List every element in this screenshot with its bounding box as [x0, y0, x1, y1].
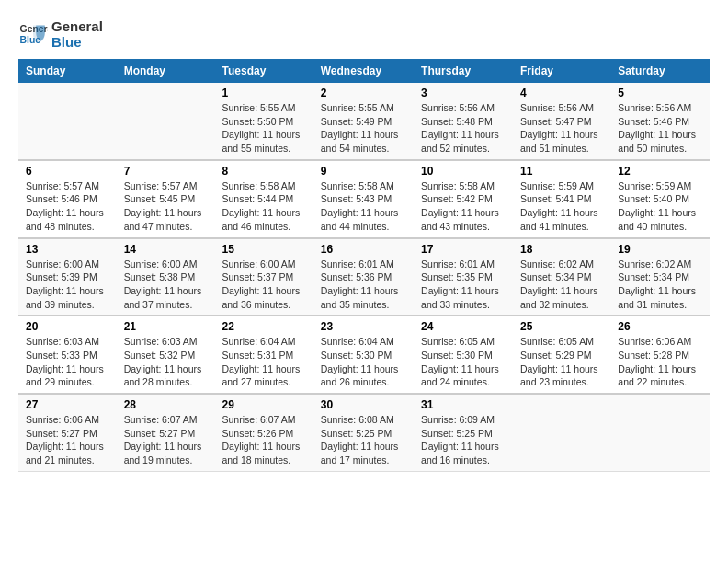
- calendar-cell: 17Sunrise: 6:01 AMSunset: 5:35 PMDayligh…: [414, 238, 513, 316]
- day-number: 22: [222, 320, 306, 333]
- calendar-cell: 2Sunrise: 5:55 AMSunset: 5:49 PMDaylight…: [313, 83, 414, 160]
- calendar-cell: 18Sunrise: 6:02 AMSunset: 5:34 PMDayligh…: [513, 238, 610, 316]
- page-header: General Blue GeneralBlue: [18, 18, 710, 50]
- day-info: Sunrise: 6:06 AMSunset: 5:28 PMDaylight:…: [618, 335, 702, 389]
- week-row-1: 1Sunrise: 5:55 AMSunset: 5:50 PMDaylight…: [18, 83, 710, 160]
- calendar-cell: 7Sunrise: 5:57 AMSunset: 5:45 PMDaylight…: [117, 160, 215, 238]
- day-number: 9: [321, 165, 406, 178]
- logo-icon: General Blue: [18, 19, 48, 49]
- day-number: 31: [421, 398, 506, 411]
- day-number: 14: [124, 243, 208, 256]
- calendar-cell: 31Sunrise: 6:09 AMSunset: 5:25 PMDayligh…: [414, 394, 513, 471]
- day-info: Sunrise: 6:07 AMSunset: 5:26 PMDaylight:…: [222, 413, 306, 467]
- calendar-cell: [18, 83, 117, 160]
- day-number: 7: [124, 165, 208, 178]
- calendar-cell: 29Sunrise: 6:07 AMSunset: 5:26 PMDayligh…: [215, 394, 313, 471]
- day-info: Sunrise: 6:06 AMSunset: 5:27 PMDaylight:…: [26, 413, 109, 467]
- calendar-cell: [513, 394, 610, 471]
- day-info: Sunrise: 5:58 AMSunset: 5:43 PMDaylight:…: [321, 179, 406, 234]
- calendar-cell: 3Sunrise: 5:56 AMSunset: 5:48 PMDaylight…: [414, 83, 513, 160]
- header-day-wednesday: Wednesday: [313, 59, 414, 83]
- calendar-cell: 22Sunrise: 6:04 AMSunset: 5:31 PMDayligh…: [215, 316, 313, 394]
- day-number: 15: [222, 243, 306, 256]
- header-day-thursday: Thursday: [414, 59, 513, 83]
- logo-name: GeneralBlue: [51, 18, 103, 50]
- calendar-cell: 27Sunrise: 6:06 AMSunset: 5:27 PMDayligh…: [18, 394, 117, 471]
- calendar-cell: 10Sunrise: 5:58 AMSunset: 5:42 PMDayligh…: [414, 160, 513, 238]
- day-info: Sunrise: 6:00 AMSunset: 5:37 PMDaylight:…: [222, 258, 306, 312]
- day-info: Sunrise: 6:05 AMSunset: 5:29 PMDaylight:…: [520, 335, 603, 389]
- calendar-table: SundayMondayTuesdayWednesdayThursdayFrid…: [18, 59, 710, 472]
- day-info: Sunrise: 5:56 AMSunset: 5:48 PMDaylight:…: [421, 101, 506, 155]
- calendar-cell: 6Sunrise: 5:57 AMSunset: 5:46 PMDaylight…: [18, 160, 117, 238]
- day-number: 16: [321, 243, 406, 256]
- calendar-cell: 1Sunrise: 5:55 AMSunset: 5:50 PMDaylight…: [215, 83, 313, 160]
- day-number: 10: [421, 165, 506, 178]
- calendar-cell: 25Sunrise: 6:05 AMSunset: 5:29 PMDayligh…: [513, 316, 610, 394]
- day-number: 29: [222, 398, 306, 411]
- calendar-cell: 13Sunrise: 6:00 AMSunset: 5:39 PMDayligh…: [18, 238, 117, 316]
- day-number: 27: [26, 398, 109, 411]
- day-number: 17: [421, 243, 506, 256]
- calendar-cell: 28Sunrise: 6:07 AMSunset: 5:27 PMDayligh…: [117, 394, 215, 471]
- day-info: Sunrise: 6:04 AMSunset: 5:30 PMDaylight:…: [321, 335, 406, 389]
- day-info: Sunrise: 5:58 AMSunset: 5:44 PMDaylight:…: [222, 179, 306, 234]
- week-row-2: 6Sunrise: 5:57 AMSunset: 5:46 PMDaylight…: [18, 160, 710, 238]
- day-info: Sunrise: 6:02 AMSunset: 5:34 PMDaylight:…: [618, 258, 702, 312]
- day-number: 2: [321, 86, 406, 99]
- day-number: 18: [520, 243, 603, 256]
- calendar-cell: 16Sunrise: 6:01 AMSunset: 5:36 PMDayligh…: [313, 238, 414, 316]
- day-info: Sunrise: 5:56 AMSunset: 5:47 PMDaylight:…: [520, 101, 603, 155]
- day-number: 25: [520, 320, 603, 333]
- day-number: 6: [26, 165, 109, 178]
- day-info: Sunrise: 5:55 AMSunset: 5:49 PMDaylight:…: [321, 101, 406, 155]
- day-number: 30: [321, 398, 406, 411]
- day-number: 11: [520, 165, 603, 178]
- day-info: Sunrise: 5:58 AMSunset: 5:42 PMDaylight:…: [421, 179, 506, 234]
- calendar-cell: 11Sunrise: 5:59 AMSunset: 5:41 PMDayligh…: [513, 160, 610, 238]
- day-info: Sunrise: 6:09 AMSunset: 5:25 PMDaylight:…: [421, 413, 506, 467]
- calendar-cell: 30Sunrise: 6:08 AMSunset: 5:25 PMDayligh…: [313, 394, 414, 471]
- calendar-cell: 5Sunrise: 5:56 AMSunset: 5:46 PMDaylight…: [610, 83, 710, 160]
- calendar-cell: 19Sunrise: 6:02 AMSunset: 5:34 PMDayligh…: [610, 238, 710, 316]
- day-number: 12: [618, 165, 702, 178]
- calendar-cell: 9Sunrise: 5:58 AMSunset: 5:43 PMDaylight…: [313, 160, 414, 238]
- day-number: 4: [520, 86, 603, 99]
- calendar-cell: 23Sunrise: 6:04 AMSunset: 5:30 PMDayligh…: [313, 316, 414, 394]
- day-info: Sunrise: 6:07 AMSunset: 5:27 PMDaylight:…: [124, 413, 208, 467]
- calendar-cell: 14Sunrise: 6:00 AMSunset: 5:38 PMDayligh…: [117, 238, 215, 316]
- day-number: 20: [26, 320, 109, 333]
- day-info: Sunrise: 6:03 AMSunset: 5:33 PMDaylight:…: [26, 335, 109, 389]
- header-day-friday: Friday: [513, 59, 610, 83]
- week-row-5: 27Sunrise: 6:06 AMSunset: 5:27 PMDayligh…: [18, 394, 710, 471]
- day-number: 24: [421, 320, 506, 333]
- calendar-cell: 20Sunrise: 6:03 AMSunset: 5:33 PMDayligh…: [18, 316, 117, 394]
- week-row-3: 13Sunrise: 6:00 AMSunset: 5:39 PMDayligh…: [18, 238, 710, 316]
- calendar-cell: 8Sunrise: 5:58 AMSunset: 5:44 PMDaylight…: [215, 160, 313, 238]
- header-day-tuesday: Tuesday: [215, 59, 313, 83]
- day-number: 28: [124, 398, 208, 411]
- day-info: Sunrise: 6:05 AMSunset: 5:30 PMDaylight:…: [421, 335, 506, 389]
- calendar-cell: 12Sunrise: 5:59 AMSunset: 5:40 PMDayligh…: [610, 160, 710, 238]
- day-info: Sunrise: 6:00 AMSunset: 5:39 PMDaylight:…: [26, 258, 109, 312]
- calendar-cell: [610, 394, 710, 471]
- day-number: 19: [618, 243, 702, 256]
- calendar-cell: 24Sunrise: 6:05 AMSunset: 5:30 PMDayligh…: [414, 316, 513, 394]
- logo: General Blue GeneralBlue: [18, 18, 103, 50]
- day-number: 21: [124, 320, 208, 333]
- day-info: Sunrise: 6:08 AMSunset: 5:25 PMDaylight:…: [321, 413, 406, 467]
- day-number: 3: [421, 86, 506, 99]
- day-info: Sunrise: 5:57 AMSunset: 5:46 PMDaylight:…: [26, 179, 109, 234]
- week-row-4: 20Sunrise: 6:03 AMSunset: 5:33 PMDayligh…: [18, 316, 710, 394]
- day-number: 8: [222, 165, 306, 178]
- calendar-cell: 15Sunrise: 6:00 AMSunset: 5:37 PMDayligh…: [215, 238, 313, 316]
- header-day-sunday: Sunday: [18, 59, 117, 83]
- day-number: 26: [618, 320, 702, 333]
- day-number: 1: [222, 86, 306, 99]
- day-info: Sunrise: 5:56 AMSunset: 5:46 PMDaylight:…: [618, 101, 702, 155]
- day-info: Sunrise: 5:57 AMSunset: 5:45 PMDaylight:…: [124, 179, 208, 234]
- header-day-monday: Monday: [117, 59, 215, 83]
- header-day-saturday: Saturday: [610, 59, 710, 83]
- day-info: Sunrise: 6:01 AMSunset: 5:36 PMDaylight:…: [321, 258, 406, 312]
- calendar-cell: 26Sunrise: 6:06 AMSunset: 5:28 PMDayligh…: [610, 316, 710, 394]
